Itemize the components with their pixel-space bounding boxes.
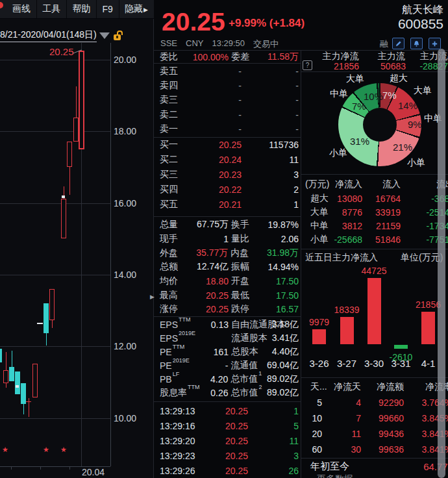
tick-time: 13:29:20 xyxy=(160,436,205,446)
label-superscript: 2 xyxy=(259,384,262,390)
period-table-row: 54922903.764% xyxy=(301,395,448,410)
period-table-header: 天... xyxy=(310,381,322,393)
ask-row[interactable]: 卖一-- xyxy=(154,122,301,136)
ask-label: 卖三 xyxy=(160,94,196,106)
period-net-amount: 92290 xyxy=(361,397,404,408)
candlestick-chart[interactable]: 20.0018.0016.0014.0012.0010.00★★★ xyxy=(0,0,154,478)
ask-row[interactable]: 卖五-- xyxy=(154,64,301,79)
ask-volume: - xyxy=(242,95,299,105)
tick-price: 20.25 xyxy=(205,466,248,476)
alert-icon[interactable] xyxy=(410,38,423,49)
flow-row-value: 33919 xyxy=(362,207,401,218)
fundamentals: EPSTTM0.13自由流通股本3.18亿EPS2019E流通股本3.41亿PE… xyxy=(154,318,301,399)
divider xyxy=(154,216,301,217)
session-status: 交易中 xyxy=(253,38,279,50)
period-net-amount: 99436 xyxy=(361,429,404,439)
bar-chart-title: 近五日主力净流入 xyxy=(305,252,378,264)
quote-stats: 总量67.75万换手19.87%现手1量比2.06外盘35.77万内盘31.98… xyxy=(154,218,301,317)
period-days: 20 xyxy=(310,429,322,439)
bid-volume: 1 xyxy=(242,199,299,210)
x-axis-tick xyxy=(40,467,41,470)
donut-percent-label: 21% xyxy=(393,142,419,152)
period-table-header: 净流天 xyxy=(322,381,361,393)
main-flow-value: 50683 xyxy=(359,61,406,71)
tick-time: 13:29:13 xyxy=(160,406,205,416)
bar-negative xyxy=(394,345,408,349)
bar-positive xyxy=(340,317,354,344)
gridline-h xyxy=(0,418,110,419)
flow-row-value: 16764 xyxy=(362,194,401,204)
fundamental-value: 4.40亿 xyxy=(268,346,299,358)
tick-price: 20.25 xyxy=(205,421,248,431)
ask-row[interactable]: 卖二-- xyxy=(154,107,301,121)
bid-row[interactable]: 买一20.25115736 xyxy=(154,138,301,153)
tick-price: 20.25 xyxy=(205,436,248,446)
tick-row: 13:29:1620.255 xyxy=(154,419,301,434)
stat-value: 14.94% xyxy=(268,262,299,272)
gridline-h xyxy=(0,131,110,132)
add-to-watchlist-icon[interactable] xyxy=(429,38,441,49)
divider xyxy=(301,174,448,175)
star-marker-icon: ★ xyxy=(2,446,10,453)
period-table-headers: 天...净流天净流额净流率 xyxy=(301,382,448,392)
fundamental-label: EPSTTM xyxy=(160,319,196,330)
fundamental-value: 89.02亿 xyxy=(267,373,299,385)
period-net-amount: 99660 xyxy=(361,413,404,423)
trading-app-window: 画线工具帮助F9隐藏▶ 8/21-2020/04/01(148日) 20.001… xyxy=(0,0,448,478)
bid-row[interactable]: 买四20.222 xyxy=(154,182,301,197)
tick-time: 13:29:23 xyxy=(160,451,205,461)
tick-time: 13:29:16 xyxy=(160,421,205,431)
stat-label: 开盘 xyxy=(229,275,268,287)
fundamental-label: PE2019E xyxy=(160,360,196,371)
ask-price: - xyxy=(196,110,242,120)
donut-segment-name: 小单 xyxy=(329,147,358,158)
fundamental-label: PETTM xyxy=(160,346,196,357)
gridline-h xyxy=(0,346,110,347)
bar-positive xyxy=(312,329,326,344)
flow-row-value: 21159 xyxy=(362,221,401,231)
flow-row-value: 51846 xyxy=(362,234,401,245)
bid-label: 买一 xyxy=(160,139,196,151)
bid-queue: 买一20.25115736买二20.2411买三20.233买四20.222买五… xyxy=(154,138,301,212)
bid-row[interactable]: 买三20.233 xyxy=(154,168,301,182)
stat-value: 19.87% xyxy=(268,220,299,230)
stat-label: 内盘 xyxy=(228,247,267,259)
candle-body-up xyxy=(67,142,72,167)
period-days: 10 xyxy=(310,413,322,423)
flow-row-label: 大单 xyxy=(310,207,330,218)
main-flow-headers: 主力净流主力流主力流出 xyxy=(301,51,448,61)
scrollbar[interactable] xyxy=(438,49,445,478)
tick-volume: 11 xyxy=(248,436,299,446)
bar-value-label: 44725 xyxy=(358,266,390,276)
edit-icon[interactable] xyxy=(392,38,404,49)
ask-volume: - xyxy=(242,66,299,77)
tick-volume: 5 xyxy=(248,421,299,431)
flow-row-value: -25668 xyxy=(330,234,362,245)
stat-row: 涨停20.25跌停16.57 xyxy=(154,303,301,317)
ask-row[interactable]: 卖四-- xyxy=(154,79,301,93)
bid-row[interactable]: 买二20.2411 xyxy=(154,153,301,168)
fundamental-value: 3.41亿 xyxy=(268,333,299,344)
bell-icon xyxy=(413,40,420,47)
star-marker-icon: ★ xyxy=(43,446,51,453)
divider xyxy=(301,71,448,72)
bid-row[interactable]: 买五20.211 xyxy=(154,197,301,212)
main-flow-values: 2185650683-28827 xyxy=(301,61,448,71)
ask-volume: - xyxy=(242,110,299,120)
period-table-header: 净流额 xyxy=(361,381,404,393)
fundamental-label: EPS2019E xyxy=(160,333,196,344)
tick-volume: 26 xyxy=(248,466,299,476)
ytd-row: 年初至今 64.77% xyxy=(301,460,448,473)
bid-volume: 2 xyxy=(242,184,299,195)
pencil-icon xyxy=(395,40,402,47)
period-net-days: 30 xyxy=(322,444,361,455)
ask-price: - xyxy=(196,81,242,91)
help-icon[interactable]: ? xyxy=(303,60,312,70)
fundamental-row: EPS2019E流通股本3.41亿 xyxy=(154,331,301,345)
fundamental-value: 3.18亿 xyxy=(268,319,299,331)
period-net-days: 4 xyxy=(322,397,361,408)
ask-row[interactable]: 卖三-- xyxy=(154,93,301,107)
label-superscript: 2019E xyxy=(173,357,190,364)
tick-row: 13:29:2320.253 xyxy=(154,449,301,464)
bid-price: 20.24 xyxy=(196,155,242,165)
